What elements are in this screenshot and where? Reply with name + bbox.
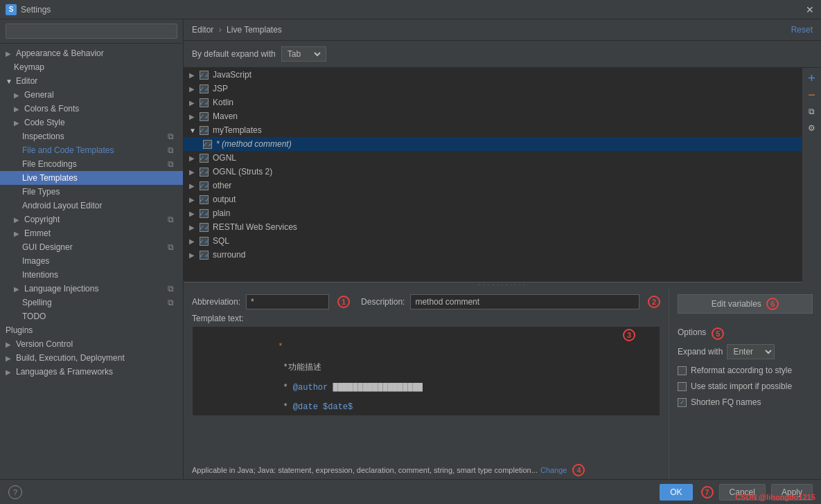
- expand-with-select[interactable]: Tab Enter Space Default: [727, 344, 775, 359]
- sidebar-item-inspections[interactable]: Inspections ⧉: [0, 129, 183, 143]
- group-label: myTemplates: [213, 125, 262, 135]
- checkbox-plain[interactable]: ✓: [200, 209, 209, 218]
- sidebar-item-label: Images: [22, 256, 49, 266]
- sidebar-item-copyright[interactable]: ▶ Copyright ⧉: [0, 213, 183, 226]
- sidebar-item-appearance[interactable]: ▶ Appearance & Behavior: [0, 46, 183, 60]
- checkbox-surround[interactable]: ✓: [200, 251, 209, 260]
- sidebar-item-label: Inspections: [22, 132, 64, 141]
- abbreviation-label: Abbreviation:: [192, 297, 240, 307]
- checkbox-restful[interactable]: ✓: [200, 223, 209, 232]
- close-button[interactable]: ✕: [804, 4, 815, 15]
- checkbox-jsp[interactable]: ✓: [200, 84, 209, 93]
- sidebar-item-emmet[interactable]: ▶ Emmet: [0, 226, 183, 240]
- expand-label: By default expand with: [192, 49, 276, 59]
- checkbox-sql[interactable]: ✓: [200, 237, 209, 246]
- sidebar-item-editor[interactable]: ▼ Editor: [0, 74, 183, 88]
- description-input[interactable]: [410, 294, 639, 309]
- template-group-kotlin[interactable]: ▶ ✓ Kotlin: [184, 96, 802, 109]
- group-label: other: [213, 181, 231, 190]
- chevron-right-icon: ▶: [6, 50, 14, 57]
- sidebar-item-file-types[interactable]: File Types: [0, 185, 183, 199]
- template-group-maven[interactable]: ▶ ✓ Maven: [184, 109, 802, 123]
- template-item-label: * (method comment): [216, 139, 292, 149]
- remove-template-button[interactable]: −: [804, 87, 820, 102]
- checkbox-my-templates[interactable]: ✓: [200, 126, 209, 135]
- template-group-sql[interactable]: ▶ ✓ SQL: [184, 234, 802, 248]
- sidebar-item-lang-injections[interactable]: ▶ Language Injections ⧉: [0, 282, 183, 296]
- sidebar-item-file-encodings[interactable]: File Encodings ⧉: [0, 157, 183, 171]
- options-title: Options: [678, 327, 706, 337]
- checkbox-output[interactable]: ✓: [200, 195, 209, 204]
- reformat-checkbox-row: Reformat according to style: [678, 366, 813, 375]
- shorten-fq-checkbox[interactable]: ✓: [678, 398, 687, 407]
- chevron-down-icon: ▼: [6, 78, 14, 85]
- template-group-restful[interactable]: ▶ ✓ RESTful Web Services: [184, 220, 802, 234]
- template-group-ognl-struts[interactable]: ▶ ✓ OGNL (Struts 2): [184, 165, 802, 179]
- sidebar-item-general[interactable]: ▶ General: [0, 88, 183, 102]
- copy-icon: ⧉: [168, 159, 177, 169]
- edit-variables-button[interactable]: Edit variables 6: [678, 294, 813, 314]
- template-group-ognl[interactable]: ▶ ✓ OGNL: [184, 151, 802, 165]
- chevron-right-icon: ▶: [189, 71, 197, 79]
- annotation-badge-4: 4: [572, 464, 585, 476]
- static-import-checkbox[interactable]: [678, 382, 687, 391]
- sidebar-item-android-layout[interactable]: Android Layout Editor: [0, 199, 183, 213]
- sidebar-item-live-templates[interactable]: Live Templates: [0, 171, 183, 185]
- copy-template-button[interactable]: ⧉: [804, 104, 820, 119]
- sidebar-item-todo[interactable]: TODO: [0, 309, 183, 323]
- annotation-badge-6: 6: [766, 298, 779, 310]
- checkbox-javascript[interactable]: ✓: [200, 71, 209, 80]
- help-button[interactable]: ?: [8, 485, 22, 499]
- change-link[interactable]: Change: [540, 466, 567, 474]
- panel-header: Editor › Live Templates Reset: [184, 19, 821, 41]
- sidebar-item-images[interactable]: Images: [0, 254, 183, 268]
- template-group-jsp[interactable]: ▶ ✓ JSP: [184, 82, 802, 96]
- sidebar-item-version-control[interactable]: ▶ Version Control: [0, 337, 183, 351]
- reformat-checkbox[interactable]: [678, 366, 687, 375]
- add-template-button[interactable]: +: [804, 71, 820, 86]
- template-group-javascript[interactable]: ▶ ✓ JavaScript: [184, 68, 802, 82]
- expand-select[interactable]: Tab Enter Space: [281, 46, 326, 62]
- static-import-label: Use static import if possible: [691, 381, 792, 391]
- chevron-right-icon: ▶: [189, 154, 197, 162]
- template-item-method-comment[interactable]: ✓ * (method comment): [184, 137, 802, 151]
- sidebar-item-colors-fonts[interactable]: ▶ Colors & Fonts: [0, 102, 183, 116]
- expand-with-label: Expand with: [678, 347, 723, 357]
- sidebar-item-spelling[interactable]: Spelling ⧉: [0, 296, 183, 309]
- sidebar-item-languages[interactable]: ▶ Languages & Frameworks: [0, 365, 183, 379]
- sidebar-item-plugins[interactable]: Plugins: [0, 323, 183, 337]
- settings-button[interactable]: ⚙: [804, 120, 820, 136]
- template-group-other[interactable]: ▶ ✓ other: [184, 179, 802, 192]
- template-group-surround[interactable]: ▶ ✓ surround: [184, 248, 802, 262]
- checkbox-kotlin[interactable]: ✓: [200, 98, 209, 107]
- template-text-wrapper: * *功能描述 * @author ██████████████████ * @…: [192, 326, 660, 464]
- template-group-plain[interactable]: ▶ ✓ plain: [184, 206, 802, 220]
- sidebar-item-label: Plugins: [6, 325, 33, 335]
- sidebar-item-label: File Encodings: [22, 159, 77, 169]
- reset-button[interactable]: Reset: [791, 25, 813, 35]
- search-input[interactable]: [6, 24, 177, 39]
- template-text-editor[interactable]: * *功能描述 * @author ██████████████████ * @…: [192, 326, 660, 416]
- ok-button[interactable]: OK: [660, 484, 692, 501]
- chevron-right-icon: ▶: [189, 182, 197, 190]
- sidebar-item-gui-designer[interactable]: GUI Designer ⧉: [0, 240, 183, 254]
- group-label: Kotlin: [213, 98, 233, 107]
- sidebar-item-intentions[interactable]: Intentions: [0, 268, 183, 282]
- sidebar-item-code-style[interactable]: ▶ Code Style: [0, 116, 183, 129]
- abbreviation-input[interactable]: [246, 294, 329, 309]
- template-group-my-templates[interactable]: ▼ ✓ myTemplates: [184, 123, 802, 137]
- checkbox-other[interactable]: ✓: [200, 181, 209, 190]
- main-content: ▶ Appearance & Behavior Keymap ▼ Editor …: [0, 19, 821, 479]
- sidebar-item-file-code-templates[interactable]: File and Code Templates ⧉: [0, 143, 183, 157]
- expand-dropdown[interactable]: Tab Enter Space: [285, 48, 323, 60]
- sidebar-item-build-exec[interactable]: ▶ Build, Execution, Deployment: [0, 351, 183, 365]
- checkbox-ognl[interactable]: ✓: [200, 154, 209, 163]
- expand-row: By default expand with Tab Enter Space: [184, 41, 821, 68]
- checkbox-ognl-struts[interactable]: ✓: [200, 168, 209, 177]
- templates-list: ▶ ✓ JavaScript ▶ ✓ JSP: [184, 68, 802, 282]
- checkbox-method-comment[interactable]: ✓: [203, 140, 212, 149]
- checkbox-maven[interactable]: ✓: [200, 112, 209, 121]
- window-title: Settings: [21, 5, 804, 15]
- sidebar-item-keymap[interactable]: Keymap: [0, 60, 183, 74]
- template-group-output[interactable]: ▶ ✓ output: [184, 192, 802, 206]
